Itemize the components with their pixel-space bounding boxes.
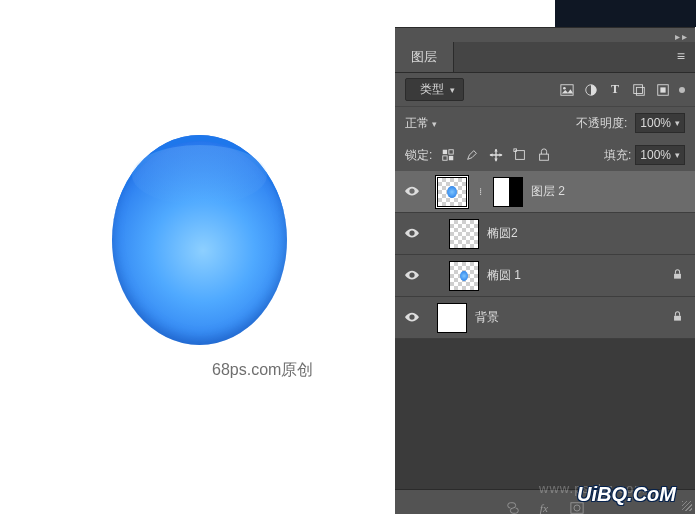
svg-rect-17 — [674, 315, 681, 320]
layer-thumbnail[interactable] — [437, 177, 467, 207]
visibility-toggle[interactable] — [403, 185, 421, 199]
chevron-down-icon: ▾ — [675, 118, 680, 128]
fill-label: 填充: — [604, 147, 631, 164]
lock-all-icon[interactable] — [534, 145, 554, 165]
lock-position-icon[interactable] — [486, 145, 506, 165]
filter-shape-icon[interactable] — [629, 80, 649, 100]
layer-row[interactable]: 椭圆2 — [395, 213, 695, 255]
svg-rect-2 — [561, 84, 573, 95]
lock-brush-icon[interactable] — [462, 145, 482, 165]
visibility-toggle[interactable] — [403, 311, 421, 325]
svg-rect-15 — [540, 154, 549, 160]
fill-input[interactable]: 100% ▾ — [635, 145, 685, 165]
lock-artboard-icon[interactable] — [510, 145, 530, 165]
blend-opacity-row: 正常 ▾ 不透明度: 100% ▾ — [395, 107, 695, 139]
tab-layers[interactable]: 图层 — [395, 42, 454, 72]
visibility-toggle[interactable] — [403, 227, 421, 241]
blend-mode-select[interactable]: 正常 ▾ — [405, 115, 477, 132]
filter-smart-icon[interactable] — [653, 80, 673, 100]
opacity-input[interactable]: 100% ▾ — [635, 113, 685, 133]
lock-label: 锁定: — [405, 147, 432, 164]
layers-list: ⁞ 图层 2 椭圆2 椭圆 1 背景 — [395, 171, 695, 339]
svg-rect-10 — [449, 156, 453, 160]
chevron-down-icon: ▾ — [675, 150, 680, 160]
svg-rect-11 — [449, 150, 453, 154]
lock-icon — [672, 311, 683, 325]
layer-name[interactable]: 椭圆 1 — [487, 267, 521, 284]
svg-rect-16 — [674, 273, 681, 278]
link-layers-icon[interactable] — [503, 498, 523, 514]
svg-rect-8 — [660, 87, 665, 92]
panel-tabs: 图层 ≡ — [395, 42, 695, 73]
visibility-toggle[interactable] — [403, 269, 421, 283]
lock-fill-row: 锁定: 填充: 100% ▾ — [395, 139, 695, 171]
filter-image-icon[interactable] — [557, 80, 577, 100]
svg-rect-9 — [443, 150, 447, 154]
filter-row: 类型 ▾ T — [395, 73, 695, 107]
opacity-label: 不透明度: — [576, 115, 627, 132]
layer-row[interactable]: ⁞ 图层 2 — [395, 171, 695, 213]
layer-row[interactable]: 椭圆 1 — [395, 255, 695, 297]
layer-thumbnail[interactable] — [449, 261, 479, 291]
lock-icon — [672, 269, 683, 283]
layer-thumbnail[interactable] — [437, 303, 467, 333]
filter-text-icon[interactable]: T — [605, 80, 625, 100]
layer-style-icon[interactable]: fx — [535, 498, 555, 514]
layers-panel[interactable]: ▸▸ 图层 ≡ 类型 ▾ T 正常 ▾ 不透明度: 100% ▾ — [395, 27, 695, 514]
svg-rect-5 — [634, 84, 643, 93]
collapse-icon[interactable]: ▸▸ — [675, 31, 689, 42]
opacity-value: 100% — [640, 116, 671, 130]
layer-row[interactable]: 背景 — [395, 297, 695, 339]
chevron-down-icon: ▾ — [450, 85, 455, 95]
panel-controls: ▸▸ — [395, 28, 695, 42]
credit-text: 68ps.com原创 — [212, 360, 313, 381]
svg-point-3 — [563, 86, 566, 89]
svg-rect-6 — [636, 87, 644, 95]
mask-thumbnail[interactable] — [493, 177, 523, 207]
watermark-logo: UiBQ.CoM — [577, 483, 676, 506]
filter-toggle-icon[interactable] — [679, 87, 685, 93]
layer-name[interactable]: 图层 2 — [531, 183, 565, 200]
lock-transparent-icon[interactable] — [438, 145, 458, 165]
layer-thumbnail[interactable] — [449, 219, 479, 249]
layer-type-filter[interactable]: 类型 ▾ — [405, 78, 464, 101]
mask-link-icon[interactable]: ⁞ — [475, 186, 485, 197]
panel-menu-icon[interactable]: ≡ — [667, 42, 695, 72]
layer-name[interactable]: 背景 — [475, 309, 499, 326]
blend-mode-value: 正常 — [405, 116, 429, 130]
layer-name[interactable]: 椭圆2 — [487, 225, 518, 242]
artwork-ellipse — [112, 135, 287, 345]
filter-adjust-icon[interactable] — [581, 80, 601, 100]
fill-value: 100% — [640, 148, 671, 162]
layers-empty-area[interactable] — [395, 339, 695, 489]
svg-rect-12 — [443, 156, 447, 160]
chevron-down-icon: ▾ — [432, 119, 437, 129]
svg-text:fx: fx — [540, 502, 548, 514]
filter-type-label: 类型 — [420, 81, 444, 98]
app-frame-fragment — [555, 0, 696, 27]
resize-grip[interactable] — [682, 501, 692, 511]
